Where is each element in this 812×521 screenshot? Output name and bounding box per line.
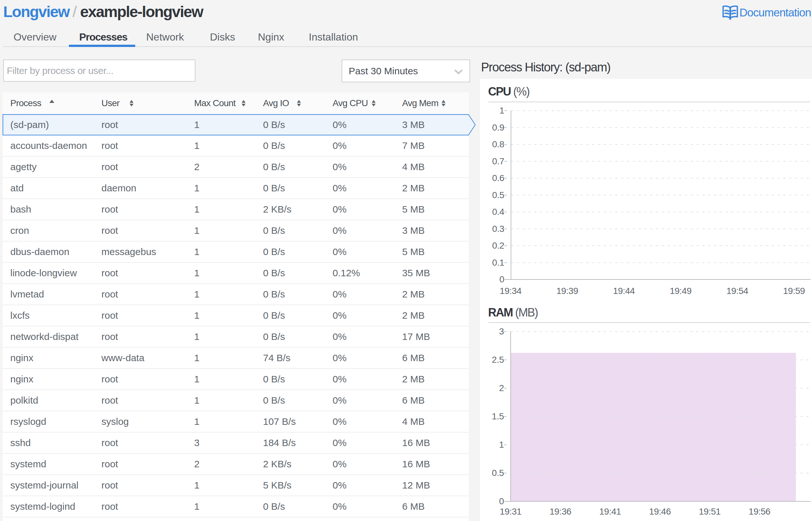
svg-text:0.4: 0.4 [492,207,504,217]
svg-text:19:56: 19:56 [749,506,770,517]
svg-text:3: 3 [499,326,504,336]
svg-text:0.7: 0.7 [492,156,504,166]
svg-text:19:36: 19:36 [550,506,572,517]
svg-text:2.5: 2.5 [492,355,504,365]
svg-text:0: 0 [499,496,504,506]
svg-text:19:41: 19:41 [599,506,621,517]
svg-text:19:46: 19:46 [649,506,671,517]
svg-text:19:31: 19:31 [500,506,521,517]
svg-text:0.1: 0.1 [492,257,504,268]
svg-text:0: 0 [499,274,504,284]
svg-text:19:34: 19:34 [500,286,521,296]
svg-text:0.3: 0.3 [492,224,504,234]
svg-text:19:39: 19:39 [556,286,578,296]
svg-text:2: 2 [499,383,504,393]
svg-text:19:54: 19:54 [726,286,748,296]
svg-text:1: 1 [499,439,504,450]
svg-text:0.5: 0.5 [492,468,504,478]
svg-text:19:44: 19:44 [613,286,635,296]
svg-text:19:51: 19:51 [699,506,721,517]
svg-text:19:49: 19:49 [670,286,691,296]
svg-text:1: 1 [499,106,504,115]
svg-text:0.5: 0.5 [492,190,504,200]
svg-text:19:59: 19:59 [783,286,805,296]
svg-text:0.9: 0.9 [492,122,504,133]
svg-text:1.5: 1.5 [492,411,504,421]
svg-text:0.8: 0.8 [492,139,504,149]
svg-text:0.2: 0.2 [492,241,504,251]
svg-text:0.6: 0.6 [492,173,504,183]
